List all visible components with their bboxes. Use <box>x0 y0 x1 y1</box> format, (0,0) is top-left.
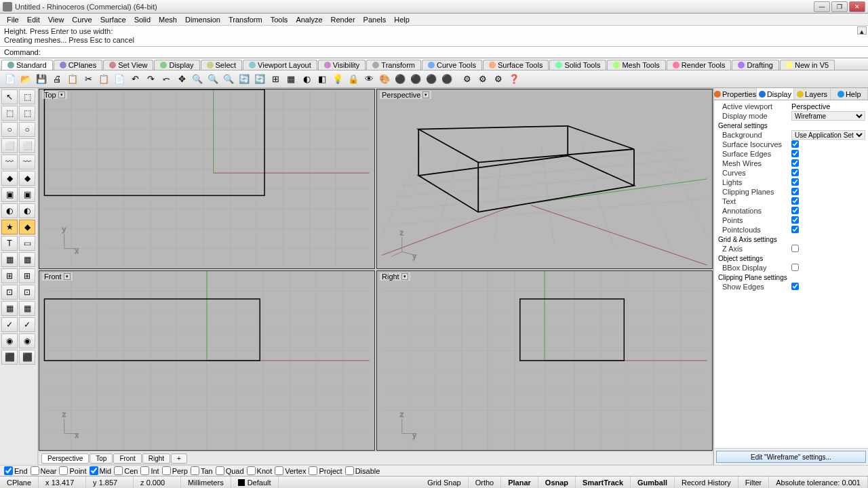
osnap-disable[interactable] <box>345 466 354 475</box>
viewport-menu-icon[interactable]: ▾ <box>58 92 65 98</box>
command-line[interactable]: Command: <box>0 47 868 58</box>
viewport-label[interactable]: Perspective <box>382 91 420 99</box>
ribbon-tab-set-view[interactable]: Set View <box>103 60 153 70</box>
minimize-button[interactable]: — <box>814 1 830 12</box>
tool-button-12-0[interactable]: ⊡ <box>1 285 18 300</box>
panel-checkbox-curves[interactable] <box>791 169 799 176</box>
status-toggle-gumball[interactable]: Gumball <box>631 476 675 488</box>
status-toggle-ortho[interactable]: Ortho <box>469 476 502 488</box>
menu-view[interactable]: View <box>44 16 68 24</box>
viewport-front[interactable]: Front▾ z x <box>39 270 375 451</box>
menu-surface[interactable]: Surface <box>96 16 130 24</box>
menu-panels[interactable]: Panels <box>359 16 391 24</box>
menu-file[interactable]: File <box>3 16 23 24</box>
toolbar-button-17[interactable]: ⊞ <box>268 72 283 87</box>
ribbon-tab-visibility[interactable]: Visibility <box>318 60 366 70</box>
panel-select-display-mode[interactable]: Wireframe <box>791 111 865 121</box>
toolbar-button-15[interactable]: 🔄 <box>237 72 252 87</box>
toolbar-button-32[interactable]: ⚙ <box>491 72 506 87</box>
menu-curve[interactable]: Curve <box>68 16 96 24</box>
toolbar-button-9[interactable]: ↷ <box>143 72 158 87</box>
tool-button-9-0[interactable]: T <box>1 236 18 251</box>
tool-button-11-0[interactable]: ⊞ <box>1 268 18 283</box>
viewport-label[interactable]: Right <box>382 272 399 281</box>
tool-button-1-1[interactable]: ⬚ <box>19 106 35 121</box>
status-toggle-planar[interactable]: Planar <box>501 476 538 488</box>
tool-button-16-0[interactable]: ⬛ <box>1 350 18 365</box>
menu-analyze[interactable]: Analyze <box>292 16 326 24</box>
toolbar-button-10[interactable]: ⤺ <box>159 72 174 87</box>
toolbar-button-3[interactable]: 🖨 <box>50 72 64 87</box>
panel-tab-help[interactable]: Help <box>831 88 868 100</box>
tool-button-5-0[interactable]: ◆ <box>1 171 18 186</box>
ribbon-tab-mesh-tools[interactable]: Mesh Tools <box>607 60 665 70</box>
toolbar-button-24[interactable]: 🎨 <box>377 72 392 87</box>
viewport-top[interactable]: Top▾ y x <box>39 89 375 269</box>
tool-button-8-0[interactable]: ★ <box>1 220 18 235</box>
history-scroll-icon[interactable]: ▴ <box>857 26 867 35</box>
toolbar-button-0[interactable]: 📄 <box>3 72 18 87</box>
osnap-vertex[interactable] <box>275 466 283 475</box>
tool-button-5-1[interactable]: ◆ <box>19 171 35 186</box>
osnap-int[interactable] <box>140 466 149 475</box>
toolbar-button-13[interactable]: 🔍 <box>205 72 220 87</box>
tool-button-11-1[interactable]: ⊞ <box>19 268 35 283</box>
status-toggle-record-history[interactable]: Record History <box>675 476 738 488</box>
viewport-tab-perspective[interactable]: Perspective <box>41 453 89 464</box>
panel-checkbox-surface-isocurves[interactable] <box>791 140 799 148</box>
toolbar-button-31[interactable]: ⚙ <box>475 72 490 87</box>
panel-checkbox-annotations[interactable] <box>791 207 799 214</box>
panel-checkbox-lights[interactable] <box>791 178 799 186</box>
tool-button-4-0[interactable]: 〰 <box>1 155 18 169</box>
tool-button-10-1[interactable]: ▦ <box>19 252 35 267</box>
osnap-knot[interactable] <box>247 466 256 475</box>
ribbon-tab-drafting[interactable]: Drafting <box>732 60 779 70</box>
tool-button-15-1[interactable]: ◉ <box>19 333 35 348</box>
menu-edit[interactable]: Edit <box>23 16 44 24</box>
tool-button-14-1[interactable]: ✓ <box>19 317 35 332</box>
viewport-tab-+[interactable]: + <box>171 453 187 464</box>
toolbar-button-27[interactable]: ⚫ <box>424 72 439 87</box>
toolbar-button-22[interactable]: 🔒 <box>346 72 361 87</box>
panel-tab-layers[interactable]: Layers <box>794 88 831 100</box>
tool-button-2-1[interactable]: ○ <box>19 122 35 137</box>
toolbar-button-12[interactable]: 🔍 <box>190 72 205 87</box>
toolbar-button-18[interactable]: ▦ <box>283 72 298 87</box>
osnap-near[interactable] <box>31 466 39 475</box>
osnap-perp[interactable] <box>162 466 171 475</box>
toolbar-button-28[interactable]: ⚫ <box>439 72 454 87</box>
status-cplane[interactable]: CPlane <box>0 476 39 488</box>
osnap-quad[interactable] <box>216 466 224 475</box>
ribbon-tab-surface-tools[interactable]: Surface Tools <box>483 60 549 70</box>
status-toggle-smarttrack[interactable]: SmartTrack <box>576 476 631 488</box>
toolbar-button-33[interactable]: ❓ <box>507 72 521 87</box>
close-button[interactable]: ✕ <box>849 1 865 12</box>
panel-checkbox-pointclouds[interactable] <box>791 226 799 233</box>
tool-button-2-0[interactable]: ○ <box>1 122 18 137</box>
toolbar-button-2[interactable]: 💾 <box>34 72 49 87</box>
tool-button-13-1[interactable]: ▦ <box>19 301 35 316</box>
tool-button-6-0[interactable]: ▣ <box>1 187 18 202</box>
tool-button-7-0[interactable]: ◐ <box>1 203 18 218</box>
tool-button-3-1[interactable]: ⬜ <box>19 138 35 153</box>
status-toggle-grid-snap[interactable]: Grid Snap <box>420 476 469 488</box>
toolbar-button-23[interactable]: 👁 <box>361 72 376 87</box>
toolbar-button-8[interactable]: ↶ <box>127 72 142 87</box>
viewport-tab-front[interactable]: Front <box>113 453 141 464</box>
tool-button-16-1[interactable]: ⬛ <box>19 350 35 365</box>
tool-button-0-1[interactable]: ⬚ <box>19 89 35 104</box>
edit-display-settings-button[interactable]: Edit "Wireframe" settings... <box>716 451 866 463</box>
status-toggle-filter[interactable]: Filter <box>738 476 769 488</box>
tool-button-0-0[interactable]: ↖ <box>1 89 18 104</box>
ribbon-tab-viewport-layout[interactable]: Viewport Layout <box>243 60 317 70</box>
ribbon-tab-transform[interactable]: Transform <box>366 60 421 70</box>
tool-button-9-1[interactable]: ▭ <box>19 236 35 251</box>
ribbon-tab-solid-tools[interactable]: Solid Tools <box>549 60 606 70</box>
tool-button-14-0[interactable]: ✓ <box>1 317 18 332</box>
tool-button-12-1[interactable]: ⊡ <box>19 285 35 300</box>
panel-checkbox-bbox-display[interactable] <box>791 264 799 271</box>
tool-button-8-1[interactable]: ◆ <box>19 220 35 235</box>
tool-button-13-0[interactable]: ▦ <box>1 301 18 316</box>
maximize-button[interactable]: ❐ <box>831 1 848 12</box>
tool-button-3-0[interactable]: ⬜ <box>1 138 18 153</box>
